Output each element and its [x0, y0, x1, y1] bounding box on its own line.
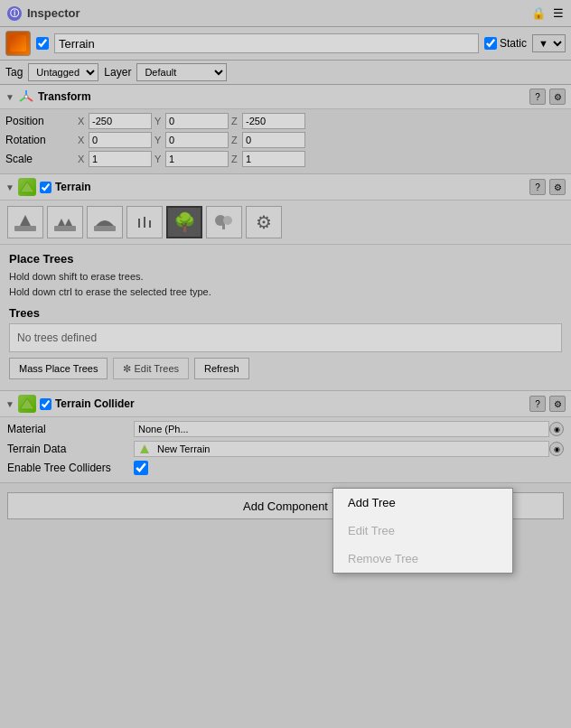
tool-paint-btn[interactable] — [47, 206, 83, 238]
transform-help-btn[interactable]: ? — [529, 89, 546, 105]
context-remove-tree: Remove Tree — [333, 545, 512, 573]
menu-icon[interactable]: ☰ — [553, 6, 564, 20]
scale-y-field: Y — [154, 151, 229, 167]
place-trees-desc1: Hold down shift to erase trees. — [9, 269, 562, 285]
context-add-tree[interactable]: Add Tree — [333, 489, 512, 517]
inspector-title: Inspector — [27, 6, 80, 20]
scale-y-label: Y — [154, 154, 164, 164]
scale-xyz: X Y Z — [78, 151, 566, 167]
position-row: Position X Y Z — [5, 113, 566, 129]
terrain-settings-btn[interactable]: ⚙ — [549, 179, 566, 195]
tool-smooth-btn[interactable] — [87, 206, 123, 238]
material-picker-btn[interactable]: ◉ — [549, 422, 564, 436]
terrain-header: ▼ Terrain ? ⚙ — [0, 174, 571, 201]
scale-z-input[interactable] — [242, 151, 305, 167]
tag-select[interactable]: Untagged — [28, 63, 98, 81]
position-x-input[interactable] — [89, 113, 152, 129]
transform-help-icons: ? ⚙ — [529, 89, 566, 105]
layer-label: Layer — [104, 66, 131, 79]
transform-icon — [18, 89, 34, 105]
refresh-btn[interactable]: Refresh — [194, 358, 249, 379]
svg-marker-17 — [20, 398, 34, 409]
rotation-z-field: Z — [231, 132, 305, 148]
position-xyz: X Y Z — [78, 113, 566, 129]
scale-x-input[interactable] — [89, 151, 152, 167]
tree-action-row: Mass Place Trees ✼ Edit Trees Refresh — [9, 358, 562, 379]
position-x-field: X — [78, 113, 152, 129]
collider-help-icons: ? ⚙ — [529, 396, 566, 412]
rotation-row: Rotation X Y Z — [5, 132, 566, 148]
tool-details-btn[interactable] — [126, 206, 163, 238]
static-label: Static — [500, 37, 527, 50]
scale-y-input[interactable] — [165, 151, 229, 167]
rotation-label: Rotation — [5, 134, 78, 146]
terrain-arrow[interactable]: ▼ — [5, 182, 14, 192]
rotation-x-input[interactable] — [89, 132, 152, 148]
tool-place-trees-btn[interactable]: 🌳 — [166, 206, 202, 238]
terrain-enabled-checkbox[interactable] — [40, 182, 51, 193]
rotation-y-input[interactable] — [165, 132, 229, 148]
terrain-data-picker-btn[interactable]: ◉ — [549, 442, 564, 456]
position-y-label: Y — [154, 116, 164, 126]
tool-paint-trees-btn[interactable] — [206, 206, 242, 238]
position-y-input[interactable] — [165, 113, 229, 129]
terrain-data-value-box: New Terrain — [134, 441, 549, 457]
rotation-z-input[interactable] — [242, 132, 305, 148]
static-checkbox-group: Static — [484, 37, 527, 50]
collider-title: Terrain Collider — [55, 397, 135, 410]
tag-layer-row: Tag Untagged Layer Default — [0, 61, 571, 85]
mass-place-trees-btn[interactable]: Mass Place Trees — [9, 358, 108, 379]
terrain-section-icon — [18, 178, 36, 196]
collider-settings-btn[interactable]: ⚙ — [549, 396, 566, 412]
material-label: Material — [7, 423, 134, 435]
transform-arrow[interactable]: ▼ — [5, 92, 14, 102]
collider-arrow[interactable]: ▼ — [5, 399, 14, 409]
rotation-y-label: Y — [154, 135, 164, 145]
svg-point-3 — [24, 95, 28, 98]
material-value: None (Ph... — [138, 424, 189, 434]
tool-settings-btn[interactable]: ⚙ — [246, 206, 282, 238]
enable-colliders-label: Enable Tree Colliders — [7, 462, 134, 474]
enable-colliders-row: Enable Tree Colliders — [7, 461, 564, 475]
svg-rect-5 — [14, 226, 36, 231]
position-x-label: X — [78, 116, 87, 126]
object-active-checkbox[interactable] — [36, 37, 49, 50]
tool-raise-btn[interactable] — [7, 206, 43, 238]
terrain-section: ▼ Terrain ? ⚙ — [0, 174, 571, 391]
static-dropdown[interactable]: ▼ — [532, 34, 566, 52]
svg-rect-7 — [54, 226, 76, 231]
edit-trees-btn[interactable]: ✼ Edit Trees — [113, 358, 189, 379]
terrain-data-label: Terrain Data — [7, 443, 134, 455]
transform-section: ▼ Transform ? ⚙ Position X Y — [0, 85, 571, 174]
position-y-field: Y — [154, 113, 229, 129]
transform-fields: Position X Y Z Rotation — [0, 109, 571, 173]
collider-enabled-checkbox[interactable] — [40, 398, 51, 410]
terrain-help-btn[interactable]: ? — [529, 179, 546, 195]
layer-select[interactable]: Default — [136, 63, 227, 81]
scale-x-field: X — [78, 151, 152, 167]
svg-marker-18 — [140, 444, 149, 453]
inspector-icon: ⓘ — [7, 6, 22, 21]
terrain-title: Terrain — [55, 181, 91, 193]
tree-icon: 🌳 — [173, 211, 196, 233]
terrain-data-icon — [138, 443, 151, 455]
svg-point-15 — [223, 216, 232, 225]
object-row: Static ▼ — [0, 27, 571, 61]
collider-help-btn[interactable]: ? — [529, 396, 546, 412]
enable-colliders-checkbox[interactable] — [134, 461, 148, 475]
static-checkbox[interactable] — [484, 37, 497, 50]
scale-label: Scale — [5, 153, 78, 165]
no-trees-box: No trees defined — [9, 323, 562, 352]
inspector-header: ⓘ Inspector 🔒 ☰ — [0, 0, 571, 27]
terrain-data-row: Terrain Data New Terrain ◉ — [7, 441, 564, 457]
lock-icon[interactable]: 🔒 — [531, 6, 546, 20]
place-trees-title: Place Trees — [9, 252, 562, 266]
position-z-input[interactable] — [242, 113, 305, 129]
svg-marker-6 — [20, 215, 31, 226]
svg-rect-16 — [222, 224, 225, 229]
object-name-input[interactable] — [54, 33, 479, 53]
transform-settings-btn[interactable]: ⚙ — [549, 89, 566, 105]
position-z-label: Z — [231, 116, 240, 126]
object-icon — [5, 31, 31, 56]
tag-label: Tag — [5, 66, 23, 79]
